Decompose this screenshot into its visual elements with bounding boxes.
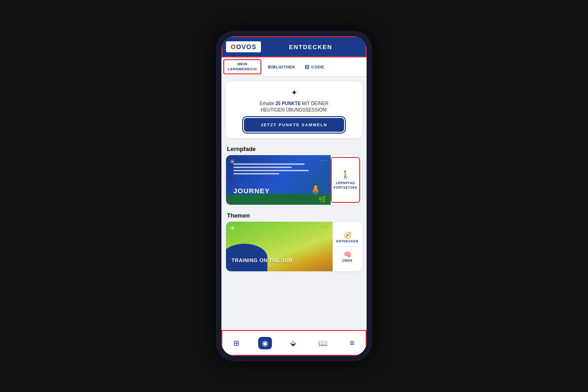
- lernpfade-label: Lernpfade: [221, 142, 367, 155]
- uben-button[interactable]: 🧠 ÜBEN: [334, 249, 360, 264]
- themen-divider: [337, 246, 358, 247]
- top-navigation: OOVOS ENTDECKEN: [221, 36, 367, 57]
- tab-mein-lernbereich[interactable]: MEIN LERNBEREICH: [223, 59, 261, 74]
- line-2: [233, 167, 292, 168]
- entdecken-label: ENTDECKEN: [336, 240, 358, 243]
- bottom-nav-brain[interactable]: ⬙: [287, 337, 300, 349]
- logo: OOVOS: [226, 41, 261, 52]
- points-value: 25 PUNKTE: [276, 101, 301, 106]
- phone-screen: OOVOS ENTDECKEN MEIN LERNBEREICH BIBLIOT…: [221, 36, 367, 356]
- themen-card: ✳ ··· TRAINING ON THE JOB 🧭 ENTDECKEN 🧠 …: [226, 222, 362, 271]
- lernpfad-action-label: LERNPFAD FORTSETZEN: [334, 181, 357, 189]
- line-4: [233, 173, 279, 174]
- entdecken-button[interactable]: 🧭 ENTDECKEN: [334, 230, 360, 245]
- themen-label: Themen: [221, 208, 367, 222]
- phone-frame: OOVOS ENTDECKEN MEIN LERNBEREICH BIBLIOT…: [216, 31, 372, 361]
- training-image: ✳ ··· TRAINING ON THE JOB: [226, 222, 333, 271]
- journey-lines: [233, 163, 317, 176]
- brain-nav-icon: ⬙: [290, 339, 296, 347]
- points-description: Erhalte 25 PUNKTE MIT DEINERHEUTIGEN ÜBU…: [232, 101, 356, 113]
- themen-actions: 🧭 ENTDECKEN 🧠 ÜBEN: [333, 222, 362, 271]
- journey-person-icon: 🧍: [309, 184, 322, 196]
- bottom-nav-explore[interactable]: ◉: [258, 337, 272, 349]
- explore-icon: ◉: [262, 339, 268, 347]
- plant-icon: 🌿: [318, 196, 326, 203]
- continue-icon: 🚶: [341, 170, 350, 179]
- qr-icon: ⊟: [305, 64, 310, 70]
- tab-bar: MEIN LERNBEREICH BIBLIOTHEK ⊟ CODE: [221, 57, 367, 77]
- training-title: TRAINING ON THE JOB: [232, 258, 293, 263]
- tab-code[interactable]: ⊟ CODE: [300, 61, 329, 73]
- brain-icon: 🧠: [344, 251, 351, 258]
- grid-icon: ⊞: [233, 339, 239, 347]
- points-card: ✦ Erhalte 25 PUNKTE MIT DEINERHEUTIGEN Ü…: [226, 81, 362, 138]
- bottom-nav-grid[interactable]: ⊞: [230, 337, 243, 349]
- compass-icon: 🧭: [344, 231, 351, 239]
- nav-title: ENTDECKEN: [265, 44, 366, 50]
- sparkle-icon: ✦: [232, 88, 356, 98]
- sammeln-button[interactable]: JETZT PUNKTE SAMMELN: [244, 118, 344, 132]
- lernpfade-card: ✳ ··· JOURNEY 🧍 🌿 🚶: [226, 155, 362, 205]
- menu-icon: ≡: [350, 338, 355, 348]
- training-asterisk: ✳: [230, 224, 235, 232]
- uben-label: ÜBEN: [342, 259, 352, 262]
- journey-image: ✳ ··· JOURNEY 🧍 🌿: [226, 155, 331, 205]
- main-content: ✦ Erhalte 25 PUNKTE MIT DEINERHEUTIGEN Ü…: [221, 77, 367, 330]
- journey-title: JOURNEY: [233, 187, 270, 195]
- training-dots: ···: [322, 224, 329, 230]
- journey-dots: ···: [321, 158, 327, 163]
- book-icon: 📖: [318, 339, 328, 347]
- line-1: [233, 163, 305, 165]
- bottom-nav-book[interactable]: 📖: [315, 337, 331, 349]
- lernpfad-continue-button[interactable]: 🚶 LERNPFAD FORTSETZEN: [331, 157, 360, 203]
- bottom-nav-menu[interactable]: ≡: [346, 336, 358, 350]
- tab-bibliothek[interactable]: BIBLIOTHEK: [263, 62, 300, 72]
- bottom-navigation: ⊞ ◉ ⬙ 📖 ≡: [221, 330, 367, 356]
- line-3: [233, 170, 309, 171]
